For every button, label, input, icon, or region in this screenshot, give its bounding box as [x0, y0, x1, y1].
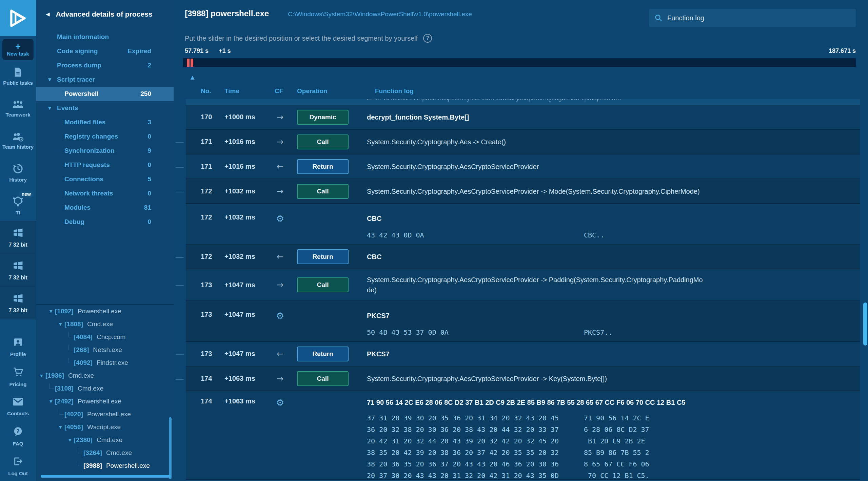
menu-item-registry-changes[interactable]: Registry changes0	[36, 129, 174, 144]
row-connector-dash	[176, 167, 184, 168]
expand-triangle-icon[interactable]: ▼	[50, 309, 55, 314]
tree-row[interactable]: [268]Netsh.exe	[36, 343, 174, 356]
menu-item-events[interactable]: ▼Events	[36, 101, 174, 115]
menu-item-network-threats[interactable]: Network threats0	[36, 186, 174, 201]
process-path-link[interactable]: C:\Windows\System32\WindowsPowerShell\v1…	[288, 11, 472, 18]
clipped-row[interactable]: Env.PSHc.fslsh.TZ.pocr.fncsjs.fchTy.Go-G…	[186, 99, 860, 105]
cf-cell: →	[270, 280, 290, 290]
menu-item-code-signing[interactable]: Code signingExpired	[36, 44, 174, 58]
tree-vertical-scrollbar[interactable]	[169, 417, 172, 479]
table-row[interactable]: 174+1063 ms⚙71 90 56 14 2C E6 28 06 8C D…	[174, 391, 860, 480]
sidebar-item-ti[interactable]: newTI	[0, 189, 36, 221]
table-row[interactable]: 172+1032 ms→CallSystem.Security.Cryptogr…	[174, 179, 860, 204]
menu-item-synchronization[interactable]: Synchronization9	[36, 144, 174, 158]
arrow-right-icon: →	[277, 187, 283, 196]
new-task-button[interactable]: + New task	[2, 39, 34, 60]
tree-row[interactable]: ▼[4056]Wscript.exe	[36, 421, 174, 434]
menu-item-label: Modified files	[64, 119, 105, 126]
table-row[interactable]: 173+1047 ms⚙PKCS750 4B 43 53 37 0D 0APKC…	[174, 301, 860, 342]
sidebar-item-label: TI	[16, 210, 20, 215]
sidebar-item-team-history[interactable]: Team history	[0, 124, 36, 156]
process-pid: [2492]	[55, 398, 74, 405]
tree-row[interactable]: [4092]Findstr.exe	[36, 356, 174, 369]
app-logo-icon[interactable]	[0, 0, 36, 36]
table-row[interactable]: 171+1016 ms→CallSystem.Security.Cryptogr…	[174, 130, 860, 154]
hex-bytes: 37 31 20 39 30 20 35 36 20 31 34 20 32 4…	[367, 412, 584, 424]
menu-item-script-tracer[interactable]: ▼Script tracer	[36, 72, 174, 87]
table-row[interactable]: 173+1047 ms←ReturnPKCS7	[174, 342, 860, 367]
sidebar-environment-item[interactable]: 7 32 bit	[0, 221, 36, 254]
expand-triangle-icon[interactable]: ▼	[68, 438, 74, 442]
menu-item-modified-files[interactable]: Modified files3	[36, 115, 174, 129]
menu-item-label: Synchronization	[64, 147, 115, 154]
menu-item-value: 2	[147, 62, 151, 69]
tree-connector	[78, 448, 83, 453]
function-log-table: Env.PSHc.fslsh.TZ.pocr.fncsjs.fchTy.Go-G…	[174, 99, 860, 481]
tree-row[interactable]: [4020]Powershell.exe	[36, 408, 174, 421]
sidebar-item-faq[interactable]: ?FAQ	[0, 421, 36, 451]
sidebar-item-pricing[interactable]: Pricing	[0, 362, 36, 392]
expand-triangle-icon[interactable]: ▼	[59, 425, 64, 430]
expand-triangle-icon[interactable]: ▼	[50, 399, 55, 404]
tree-row[interactable]: ▼[2380]Cmd.exe	[36, 434, 174, 446]
logout-icon	[12, 456, 24, 468]
row-gutter	[174, 245, 186, 269]
sidebar-item-log-out[interactable]: Log Out	[0, 451, 36, 481]
sidebar-item-public-tasks[interactable]: Public tasks	[0, 60, 36, 92]
timeline-selected-segment[interactable]	[187, 59, 193, 67]
menu-item-powershell[interactable]: Powershell250	[36, 87, 174, 101]
main-vertical-scrollbar[interactable]	[863, 302, 867, 346]
tree-row[interactable]: [4084]Chcp.com	[36, 331, 174, 343]
row-number: 172	[186, 187, 220, 195]
menu-item-label: Connections	[64, 175, 103, 183]
hex-bytes: 38 20 36 35 20 36 37 20 43 43 20 46 36 2…	[367, 458, 584, 470]
sidebar-environment-item[interactable]: 7 32 bit	[0, 254, 36, 287]
table-row[interactable]: 173+1047 ms→CallSystem.Security.Cryptogr…	[174, 269, 860, 301]
table-row[interactable]: 170+1000 ms→Dynamicdecrypt_function Syst…	[174, 105, 860, 130]
tree-horizontal-scrollbar[interactable]	[41, 475, 171, 478]
table-row[interactable]: 172+1032 ms⚙CBC43 42 43 0D 0ACBC..	[174, 204, 860, 245]
windows-icon	[12, 293, 24, 306]
slider-position-marker[interactable]: ▲	[191, 74, 195, 80]
tree-row[interactable]: [3264]Cmd.exe	[36, 446, 174, 459]
row-time: +1016 ms	[220, 138, 270, 146]
tree-row[interactable]: ▼[1936]Cmd.exe	[36, 369, 174, 382]
tree-row[interactable]: [3108]Cmd.exe	[36, 382, 174, 395]
back-arrow-icon[interactable]: ◀	[46, 11, 50, 17]
history-clock-icon	[12, 163, 24, 175]
sidebar-item-label: History	[9, 177, 27, 183]
tree-row[interactable]: ▼[1808]Cmd.exe	[36, 318, 174, 331]
menu-item-process-dump[interactable]: Process dump2	[36, 58, 174, 72]
menu-item-value: Expired	[127, 47, 151, 55]
expand-triangle-icon[interactable]: ▼	[40, 374, 45, 378]
tree-row[interactable]: ▼[1092]Powershell.exe	[36, 305, 174, 318]
process-header: [3988] powershell.exe C:\Windows\System3…	[185, 9, 472, 18]
menu-item-http-requests[interactable]: HTTP requests0	[36, 158, 174, 172]
menu-item-label: Script tracer	[57, 76, 95, 83]
sidebar-item-contacts[interactable]: Contacts	[0, 392, 36, 421]
row-number: 174	[186, 391, 220, 405]
sidebar-item-profile[interactable]: Profile	[0, 332, 36, 362]
menu-item-debug[interactable]: Debug0	[36, 215, 174, 229]
sidebar-item-teamwork[interactable]: Teamwork	[0, 92, 36, 124]
expand-triangle-icon[interactable]: ▼	[59, 322, 64, 327]
menu-item-main-information[interactable]: Main information	[36, 30, 174, 44]
sidebar-environment-item[interactable]: 7 32 bit	[0, 287, 36, 319]
sidebar-item-history[interactable]: History	[0, 156, 36, 189]
tree-row[interactable]: ▼[2492]Powershell.exe	[36, 395, 174, 408]
menu-item-modules[interactable]: Modules81	[36, 201, 174, 215]
timeline-slider[interactable]	[183, 58, 856, 67]
table-row[interactable]: 174+1063 ms→CallSystem.Security.Cryptogr…	[174, 367, 860, 391]
cf-cell: →	[270, 112, 290, 122]
table-row[interactable]: 172+1032 ms←ReturnCBC	[174, 245, 860, 269]
table-row[interactable]: 171+1016 ms←ReturnSystem.Security.Crypto…	[174, 154, 860, 179]
chevron-down-icon[interactable]: ▼	[48, 106, 51, 110]
menu-item-connections[interactable]: Connections5	[36, 172, 174, 186]
menu-item-label: Network threats	[64, 190, 113, 197]
tree-row[interactable]: [3988]Powershell.exe	[36, 459, 174, 472]
operation-cell: Call	[290, 371, 355, 386]
chevron-down-icon[interactable]: ▼	[48, 77, 51, 82]
new-badge: new	[19, 191, 34, 197]
help-icon[interactable]: ?	[423, 34, 432, 43]
search-input[interactable]	[667, 14, 850, 22]
